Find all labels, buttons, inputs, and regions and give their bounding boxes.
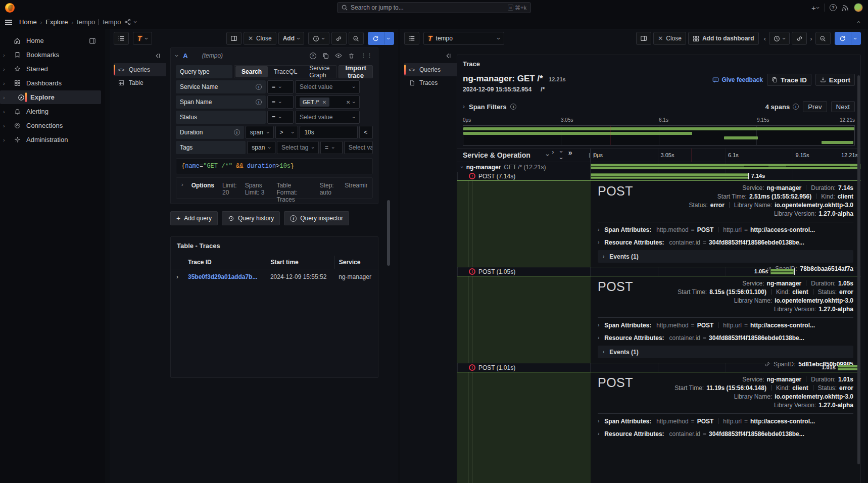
chevron-right-icon[interactable]: ›	[3, 123, 8, 129]
link-button[interactable]	[792, 32, 807, 45]
help-icon[interactable]: ?	[830, 4, 837, 11]
status-operator-select[interactable]: =›	[267, 111, 294, 124]
tab-service-graph[interactable]: Service Graph	[303, 66, 335, 77]
expand-one-icon[interactable]: ›	[552, 149, 554, 162]
breadcrumb-item[interactable]: tempo	[77, 18, 95, 26]
sidebar-item-starred[interactable]: › Starred	[0, 62, 101, 76]
expand-all-icon[interactable]: »	[568, 149, 572, 162]
collapse-query-icon[interactable]: ›	[174, 55, 180, 57]
service-name-operator-select[interactable]: =›	[267, 80, 294, 93]
span-filters-label[interactable]: Span Filters	[469, 103, 506, 111]
help-circle-icon[interactable]: ?	[310, 53, 316, 59]
resource-attributes-row[interactable]: › Resource Attributes: container.id=304f…	[598, 236, 853, 249]
status-value-select[interactable]: Select value›	[295, 111, 360, 124]
compact-view-icon[interactable]	[404, 32, 419, 45]
duplicate-icon[interactable]	[322, 53, 329, 59]
col-start-time[interactable]: Start time	[266, 256, 334, 269]
query-options[interactable]: › Options Limit: 20 Spans Limit: 3 Table…	[176, 177, 373, 199]
duration-operator-select[interactable]: >›	[275, 126, 299, 139]
clear-icon[interactable]: ✕	[346, 100, 350, 105]
query-inspector-button[interactable]: iQuery inspector	[284, 211, 349, 225]
drag-handle-icon[interactable]: ⋮⋮	[361, 53, 373, 59]
menu-item-table[interactable]: Table	[114, 76, 166, 89]
scrollbar-thumb[interactable]	[857, 75, 860, 464]
split-view-button[interactable]	[226, 32, 242, 45]
user-avatar[interactable]	[854, 3, 863, 12]
datasource-picker[interactable]: T ›	[133, 32, 152, 45]
chevron-right-icon[interactable]: ›	[3, 137, 8, 143]
chevron-right-icon[interactable]: ›	[3, 94, 8, 101]
sidebar-item-bookmarks[interactable]: › Bookmarks	[0, 48, 101, 62]
expand-row-icon[interactable]: ›	[171, 269, 184, 285]
new-button[interactable]: +›	[811, 4, 819, 12]
tags-operator-select[interactable]: =›	[320, 141, 343, 154]
span-row[interactable]: !POST (1.01s) 1.01s	[457, 363, 860, 372]
import-trace-button[interactable]: Import trace	[339, 65, 373, 78]
run-query-button[interactable]: ›	[368, 32, 394, 45]
menu-item-traces[interactable]: Traces	[404, 76, 457, 89]
tags-value-select[interactable]: Select va	[344, 141, 373, 154]
breadcrumb-subitem[interactable]: tempo	[103, 18, 121, 26]
menu-item-queries[interactable]: <> Queries	[114, 63, 166, 76]
service-name-value-select[interactable]: Select value›	[295, 80, 360, 93]
close-pane-button[interactable]: ✕Close	[653, 32, 686, 45]
sidebar-item-dashboards[interactable]: › Dashboards	[0, 76, 101, 90]
breadcrumb-home[interactable]: Home	[19, 18, 37, 26]
scrollbar-thumb[interactable]	[387, 200, 390, 266]
add-to-dashboard-button[interactable]: Add to dashboard	[688, 32, 759, 45]
span-bar[interactable]	[591, 173, 748, 179]
sidebar-item-alerting[interactable]: › Alerting	[0, 105, 101, 118]
query-history-button[interactable]: Query history	[222, 211, 280, 225]
give-feedback-link[interactable]: Give feedback	[712, 76, 763, 83]
export-button[interactable]: Export	[815, 74, 855, 86]
tags-key-select[interactable]: Select tag›	[277, 141, 319, 154]
prev-button[interactable]: Prev	[803, 101, 827, 112]
duration-value-input[interactable]: 10s	[300, 126, 358, 139]
breadcrumb-explore[interactable]: Explore	[45, 18, 68, 26]
trash-icon[interactable]	[348, 53, 355, 59]
compact-view-icon[interactable]	[114, 32, 129, 45]
events-row[interactable]: › Events (1)	[598, 346, 853, 358]
chevron-right-icon[interactable]: ›	[3, 52, 8, 58]
datasource-picker[interactable]: T tempo ›	[423, 32, 504, 45]
time-picker-button[interactable]: ›	[769, 32, 790, 45]
sidebar-item-explore[interactable]: › Explore	[0, 90, 101, 104]
chevron-left-icon[interactable]: ‹	[763, 35, 767, 42]
span-attributes-row[interactable]: › Span Attributes: http.method=POSThttp.…	[598, 415, 853, 427]
chevron-right-icon[interactable]: ›	[463, 104, 465, 110]
collapse-menu-icon[interactable]	[114, 51, 166, 63]
dock-sidebar-icon[interactable]	[89, 37, 96, 44]
chevron-right-icon[interactable]: ›	[3, 66, 8, 72]
menu-toggle-icon[interactable]	[5, 20, 12, 25]
filter-chip[interactable]: GET /*✕	[300, 98, 329, 107]
chevron-right-icon[interactable]: ›	[3, 80, 8, 86]
sidebar-item-administration[interactable]: › Administration	[0, 133, 101, 147]
collapse-menu-icon[interactable]	[404, 51, 457, 63]
span-row[interactable]: !POST (1.05s) 1.05s	[457, 267, 860, 276]
zoom-out-button[interactable]	[349, 32, 364, 45]
grafana-logo-icon[interactable]	[5, 3, 15, 13]
collapse-one-icon[interactable]: ›	[538, 154, 551, 156]
tab-search[interactable]: Search	[235, 66, 268, 77]
chevron-right-icon[interactable]: ›	[3, 109, 8, 115]
duration-max-operator-select[interactable]: <	[359, 126, 373, 139]
tags-scope-select[interactable]: span›	[247, 141, 275, 154]
table-row[interactable]: › 35be0f3d29a01adda7b... 2024-12-09 15:5…	[171, 269, 378, 285]
span-bar[interactable]	[838, 365, 860, 370]
next-button[interactable]: Next	[831, 101, 855, 112]
trace-id-button[interactable]: Trace ID	[767, 74, 811, 86]
span-row[interactable]: !POST (7.14s) 7.14s	[457, 172, 860, 180]
col-trace-id[interactable]: Trace ID	[184, 256, 266, 269]
tab-traceql[interactable]: TraceQL	[268, 66, 303, 77]
add-button[interactable]: Add›	[278, 32, 305, 45]
events-row[interactable]: › Events (1)	[598, 250, 853, 263]
sidebar-item-home[interactable]: Home	[0, 34, 101, 47]
collapse-children-icon[interactable]: ›	[459, 166, 465, 168]
remove-chip-icon[interactable]: ✕	[322, 100, 326, 105]
col-service[interactable]: Service	[334, 256, 378, 269]
collapse-header-icon[interactable]: ›	[854, 21, 861, 23]
split-view-button[interactable]	[636, 32, 651, 45]
time-picker-button[interactable]: ›	[308, 32, 329, 45]
chevron-right-icon[interactable]: ›	[809, 35, 813, 42]
span-row-root[interactable]: › ng-managerGET /* (12.21s)	[457, 162, 860, 172]
